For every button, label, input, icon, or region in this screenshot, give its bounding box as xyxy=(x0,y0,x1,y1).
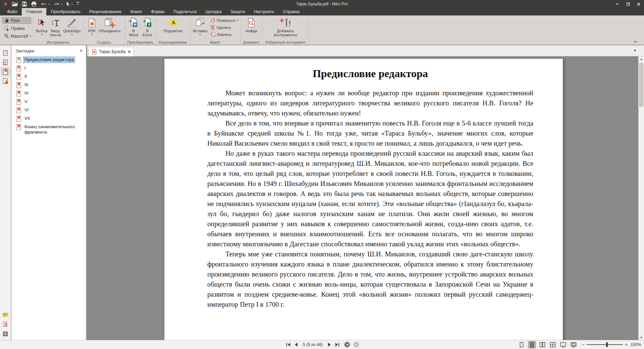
previous-page-button[interactable] xyxy=(294,342,298,347)
index-panel-button[interactable] xyxy=(1,330,10,338)
to-word-icon: W xyxy=(128,17,138,29)
bookmark-item[interactable]: V xyxy=(16,99,84,105)
continuous-view-button[interactable] xyxy=(528,341,536,348)
comments-panel-button[interactable] xyxy=(1,311,10,319)
select-tool-dropdown-icon[interactable]: ▾ xyxy=(71,3,73,6)
find-page-icon xyxy=(247,17,256,29)
bookmark-item[interactable]: VI xyxy=(16,107,84,113)
attachments-panel-button[interactable] xyxy=(1,320,10,329)
bookmark-item[interactable]: Конец ознакомительного фрагмента. xyxy=(16,124,84,135)
menu-tab[interactable]: Преобразовать xyxy=(46,8,85,15)
first-page-button[interactable] xyxy=(286,342,291,347)
collapse-ribbon-icon[interactable] xyxy=(634,41,637,43)
undo-dropdown-icon[interactable]: ▾ xyxy=(48,3,50,6)
bookmark-item[interactable]: II xyxy=(16,73,84,80)
rotate-button[interactable]: Повернуть ▾ xyxy=(210,17,238,23)
menu-tab[interactable]: Поделиться xyxy=(169,8,201,15)
quicksign-button[interactable]: QuickSign ▾ xyxy=(62,16,82,36)
menu-tab[interactable]: Макет xyxy=(126,8,147,15)
restore-button[interactable] xyxy=(623,0,633,8)
bookmark-icon xyxy=(16,82,21,88)
add-tools-button[interactable]: Добавить инструменты xyxy=(266,16,305,37)
panel-close-icon[interactable]: × xyxy=(79,48,83,53)
create-pdf-button[interactable]: PDF ▾ xyxy=(86,16,98,36)
delete-pages-button[interactable]: Удалить xyxy=(210,24,238,31)
bookmark-item[interactable]: VII xyxy=(16,115,84,122)
zoom-slider-track[interactable] xyxy=(587,344,623,345)
highlight-button[interactable]: A Подсветка xyxy=(163,16,183,33)
select-button[interactable]: Выбор ▾ xyxy=(35,16,49,36)
menu-tab[interactable]: Цензура xyxy=(201,8,226,15)
zoom-slider-thumb[interactable] xyxy=(606,342,608,347)
continuous-pages-icon xyxy=(529,342,535,348)
redo-icon[interactable] xyxy=(53,2,60,7)
menu-tab[interactable]: Настроить xyxy=(250,8,279,15)
select-tool-icon[interactable] xyxy=(66,1,70,7)
combine-button[interactable]: Объединить xyxy=(98,16,122,33)
quad-pages-view-button[interactable] xyxy=(549,341,557,348)
edit-tool-button[interactable]: Правка xyxy=(2,25,31,32)
search-panel-button[interactable] xyxy=(1,58,10,67)
quick-access-toolbar: ▾ ▾ ▾ ▾ xyxy=(0,1,79,7)
document-tab[interactable]: Тарас Бульба × xyxy=(88,47,134,56)
bookmarks-icon xyxy=(2,68,9,75)
next-view-button[interactable] xyxy=(353,342,359,348)
bookmarks-panel-button[interactable] xyxy=(1,67,10,76)
edit-crop-icon xyxy=(4,26,9,31)
menu-tab[interactable]: Справка xyxy=(279,8,304,15)
bookmark-item[interactable]: III xyxy=(16,82,84,88)
select-cursor-icon xyxy=(37,17,46,29)
zoom-tool-button[interactable]: Масштаб ▾ xyxy=(2,33,31,39)
scrollbar-thumb[interactable] xyxy=(639,63,643,107)
fullscreen-page-view-button[interactable] xyxy=(570,341,578,348)
redo-dropdown-icon[interactable]: ▾ xyxy=(61,3,62,6)
find-button[interactable]: Найди xyxy=(245,16,258,33)
save-icon[interactable] xyxy=(22,1,27,7)
group-label: Рецензирование xyxy=(156,40,190,44)
add-tools-icon xyxy=(279,17,291,29)
menu-tab[interactable]: Рецензирование xyxy=(85,8,126,15)
page-indicator[interactable]: 5 (5 из 46) xyxy=(303,342,323,347)
tab-close-icon[interactable]: × xyxy=(128,50,130,54)
insert-pages-button[interactable]: Вставка ▾ xyxy=(192,16,208,36)
next-page-button[interactable] xyxy=(328,342,332,347)
scroll-down-icon[interactable]: ▼ xyxy=(639,336,644,339)
menu-tab[interactable]: Формы xyxy=(147,8,169,15)
bookmark-item[interactable]: IV xyxy=(16,90,84,97)
search-document-icon xyxy=(2,59,9,66)
zoom-in-icon[interactable]: + xyxy=(625,342,628,347)
bookmark-item[interactable]: I xyxy=(16,65,84,71)
security-panel-button[interactable] xyxy=(1,77,10,86)
bookmark-item[interactable]: Предисловие редактора xyxy=(16,57,84,63)
bookmark-icon xyxy=(16,57,21,63)
minimize-button[interactable] xyxy=(612,0,623,8)
undo-icon[interactable] xyxy=(41,2,47,7)
last-page-button[interactable] xyxy=(335,342,340,347)
titlebar: ▾ ▾ ▾ ▾ Тарас Бульба.pdf - Nitro Pro × xyxy=(0,0,644,8)
to-excel-button[interactable]: X В Excel xyxy=(141,16,155,37)
tab-list-dropdown-icon[interactable]: ▼ xyxy=(633,49,637,52)
fullscreen-view-button[interactable] xyxy=(559,341,567,348)
extract-pages-button[interactable]: Извлечь xyxy=(210,31,238,38)
page-canvas[interactable]: Предисловие редактора Может возникнуть в… xyxy=(87,56,638,340)
close-button[interactable]: × xyxy=(633,0,644,8)
menu-tab[interactable]: Файл xyxy=(3,8,22,15)
previous-view-button[interactable] xyxy=(344,342,350,348)
single-page-view-button[interactable] xyxy=(518,341,526,348)
hand-tool-button[interactable]: Рука xyxy=(2,17,31,24)
facing-pages-view-button[interactable] xyxy=(538,341,546,348)
zoom-out-icon[interactable]: − xyxy=(582,342,585,347)
type-text-button[interactable]: Ввод текста xyxy=(49,16,62,37)
zoom-level[interactable]: 150% xyxy=(630,342,641,347)
vertical-scrollbar[interactable]: ▲ ▼ xyxy=(638,56,644,340)
menu-tab[interactable]: Главная xyxy=(22,8,47,15)
sidebar-rail xyxy=(0,45,11,340)
pages-panel-button[interactable] xyxy=(1,49,10,57)
scroll-up-icon[interactable]: ▲ xyxy=(639,57,644,61)
customize-toolbar-icon[interactable]: ▾ xyxy=(76,2,79,6)
menu-tab[interactable]: Защита xyxy=(226,8,250,15)
window-title: Тарас Бульба.pdf - Nitro Pro xyxy=(0,0,644,8)
to-word-button[interactable]: W В Word xyxy=(126,16,141,37)
print-icon[interactable] xyxy=(31,1,37,7)
open-file-icon[interactable] xyxy=(12,2,18,7)
